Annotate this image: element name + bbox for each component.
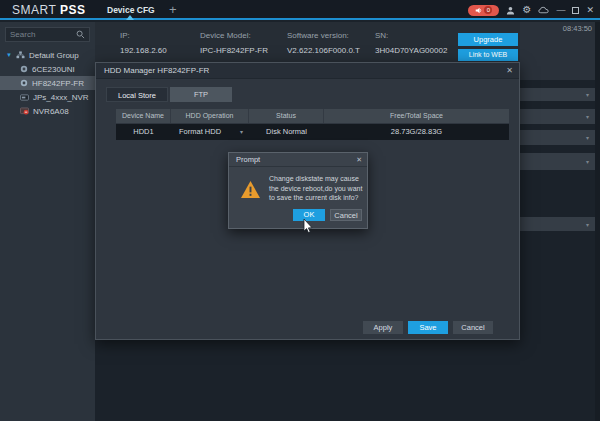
- device-item-jps-4xxx-nvr[interactable]: JPs_4xxx_NVR: [0, 90, 95, 104]
- cell-device-name: HDD1: [116, 124, 171, 140]
- device-tree: ▼ Default Group 6CE230UNI HF8242FP-FR: [0, 48, 95, 118]
- warning-icon: [240, 180, 261, 203]
- device-item-6ce230uni[interactable]: 6CE230UNI: [0, 62, 95, 76]
- upgrade-button[interactable]: Upgrade: [458, 33, 518, 46]
- nvr-icon: [20, 94, 29, 101]
- search-icon: [76, 30, 85, 39]
- hdd-dialog-titlebar: HDD Manager HF8242FP-FR ✕: [96, 63, 519, 79]
- device-item-nvr6a08[interactable]: NVR6A08: [0, 104, 95, 118]
- cell-free-total: 28.73G/28.83G: [324, 124, 509, 140]
- sn-value: 3H04D70YAG00002: [375, 46, 447, 55]
- close-icon[interactable]: ✕: [356, 153, 362, 167]
- sn-label: SN:: [375, 31, 388, 40]
- group-label: Default Group: [29, 51, 79, 60]
- alarm-badge[interactable]: 0: [468, 5, 499, 16]
- app-logo: SMART PSS: [12, 0, 85, 20]
- col-hdd-operation: HDD Operation: [171, 109, 249, 123]
- window-right-edge: [595, 22, 600, 421]
- prompt-title: Prompt: [236, 153, 260, 167]
- device-sidebar: ▼ Default Group 6CE230UNI HF8242FP-FR: [0, 22, 95, 421]
- software-value: V2.622.106F000.0.T: [287, 46, 360, 55]
- tab-ftp[interactable]: FTP: [170, 87, 232, 102]
- dropdown-arrow-icon: ▾: [240, 124, 243, 140]
- search-box[interactable]: [5, 27, 90, 42]
- add-tab-button[interactable]: +: [166, 0, 180, 20]
- tab-local-store[interactable]: Local Store: [106, 87, 168, 102]
- save-button[interactable]: Save: [408, 321, 448, 334]
- prompt-message: Change diskstate may cause the device re…: [269, 174, 363, 203]
- collapsed-section[interactable]: ▾: [520, 130, 595, 145]
- cancel-button[interactable]: Cancel: [453, 321, 493, 334]
- chevron-down-icon: ▾: [586, 91, 589, 98]
- prompt-dialog: Prompt ✕ Change diskstate may cause the …: [228, 152, 368, 229]
- apply-button[interactable]: Apply: [363, 321, 403, 334]
- ip-label: IP:: [120, 31, 130, 40]
- hdd-dialog-title: HDD Manager HF8242FP-FR: [104, 63, 209, 79]
- hdd-operation-select[interactable]: Format HDD ▾: [171, 124, 249, 140]
- nvr-offline-icon: [20, 107, 29, 115]
- ip-value: 192.168.2.60: [120, 46, 167, 55]
- collapsed-section[interactable]: ▾: [520, 88, 595, 101]
- clock: 08:43:50: [563, 24, 592, 33]
- tree-group-default[interactable]: ▼ Default Group: [0, 48, 95, 62]
- close-window-button[interactable]: ✕: [586, 5, 594, 15]
- chevron-down-icon: ▾: [586, 158, 589, 165]
- title-bar: SMART PSS Device CFG + 0 ⚙ — ✕: [0, 0, 600, 20]
- link-to-web-button[interactable]: Link to WEB: [458, 49, 518, 61]
- device-item-hf8242fp-fr[interactable]: HF8242FP-FR: [0, 76, 95, 90]
- software-label: Software version:: [287, 31, 349, 40]
- prompt-titlebar: Prompt ✕: [229, 153, 367, 167]
- maximize-button[interactable]: [572, 7, 579, 14]
- tree-expand-icon[interactable]: ▼: [6, 52, 12, 58]
- chevron-down-icon: ▾: [586, 134, 589, 141]
- hdd-table-header: Device Name HDD Operation Status Free/To…: [116, 109, 509, 123]
- collapsed-section[interactable]: ▾: [520, 109, 595, 124]
- user-icon[interactable]: [506, 6, 515, 15]
- speaker-icon: [475, 7, 482, 14]
- active-tab-indicator: [126, 15, 134, 20]
- col-device-name: Device Name: [116, 109, 171, 123]
- col-status: Status: [249, 109, 324, 123]
- camera-icon: [20, 65, 28, 73]
- collapsed-section[interactable]: ▾: [520, 217, 595, 231]
- camera-icon: [20, 79, 28, 87]
- chevron-down-icon: ▾: [586, 113, 589, 120]
- chevron-down-icon: ▾: [586, 221, 589, 228]
- smart-pss-window: SMART PSS Device CFG + 0 ⚙ — ✕ 08:43:50: [0, 0, 600, 421]
- model-value: IPC-HF8242FP-FR: [200, 46, 268, 55]
- mouse-cursor: [303, 219, 314, 238]
- hdd-dialog-footer: Apply Save Cancel: [96, 321, 507, 335]
- collapsed-section[interactable]: ▾: [520, 153, 595, 170]
- device-info-bar: IP: 192.168.2.60 Device Model: IPC-HF824…: [95, 22, 520, 64]
- close-icon[interactable]: ✕: [506, 63, 513, 79]
- model-label: Device Model:: [200, 31, 251, 40]
- col-free-total: Free/Total Space: [324, 109, 509, 123]
- gear-icon[interactable]: ⚙: [522, 0, 531, 20]
- search-input[interactable]: [10, 30, 76, 39]
- alarm-count: 0: [484, 6, 492, 14]
- network-icon[interactable]: [538, 6, 549, 14]
- minimize-button[interactable]: —: [556, 5, 565, 15]
- group-icon: [16, 51, 25, 59]
- prompt-cancel-button[interactable]: Cancel: [330, 209, 362, 221]
- hdd-table-row[interactable]: HDD1 Format HDD ▾ Disk Normal 28.73G/28.…: [116, 124, 509, 140]
- cell-status: Disk Normal: [249, 124, 324, 140]
